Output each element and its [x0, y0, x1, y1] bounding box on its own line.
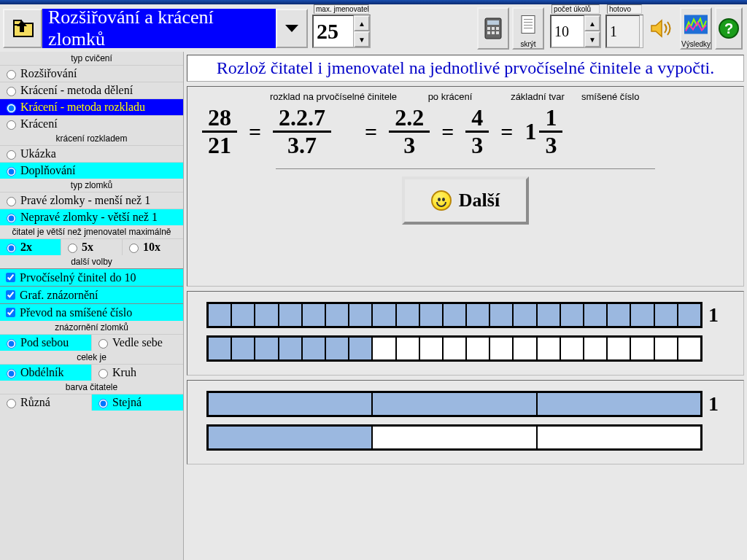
max-denominator-value[interactable]: 25	[313, 15, 354, 47]
bar-cell	[561, 338, 584, 359]
chk-prime-factor-10[interactable]: Prvočíselný činitel do 10	[0, 268, 183, 286]
opt-reduction-division[interactable]: Krácení - metoda dělení	[0, 82, 183, 98]
svg-rect-3	[487, 20, 499, 25]
visualization-panel-1: 1	[187, 291, 744, 376]
done-count-group: hotovo 1	[605, 6, 643, 50]
svg-rect-4	[487, 27, 490, 30]
bar-cell	[303, 338, 326, 359]
max-denominator-label: max. jmenovatel	[314, 4, 369, 14]
opt-proper-fractions[interactable]: Pravé zlomky - menší než 1	[0, 192, 183, 209]
header-mixed-number: smíšené číslo	[581, 91, 639, 102]
back-button[interactable]	[3, 9, 42, 48]
svg-rect-7	[487, 31, 490, 34]
bar-cell	[561, 304, 584, 326]
opt-fillin[interactable]: Doplňování	[0, 162, 183, 179]
speaker-icon	[649, 7, 673, 50]
title-dropdown[interactable]: Rozšiřování a krácení zlomků	[42, 9, 276, 48]
equation-row: 28 21 = 2.2.7 3.7 = 2.2 3 =	[202, 105, 729, 158]
calculator-button[interactable]	[477, 7, 509, 50]
bar-cell	[631, 338, 654, 359]
hide-button[interactable]: skrýt	[512, 7, 544, 50]
max-denominator-group: max. jmenovatel 25 ▲ ▼	[312, 6, 371, 50]
bar-cell	[373, 427, 537, 448]
max-denominator-up-button[interactable]: ▲	[354, 15, 370, 31]
max-denominator-down-button[interactable]: ▼	[354, 31, 370, 47]
task-count-label: počet úkolů	[551, 4, 600, 14]
svg-rect-10	[522, 16, 535, 34]
app-title: Rozšiřování a krácení zlomků	[48, 7, 270, 50]
help-icon: ?	[718, 9, 740, 48]
bar-cell	[608, 304, 631, 326]
bar-cell	[490, 338, 514, 359]
svg-rect-6	[496, 27, 499, 30]
header-factorization: rozklad na prvočíselné činitele	[260, 91, 406, 102]
svg-rect-8	[492, 31, 495, 34]
chk-mixed-number[interactable]: Převod na smíšené číslo	[0, 303, 183, 321]
opt-stacked[interactable]: Pod sebou	[0, 334, 92, 351]
bar-cell	[444, 338, 467, 359]
next-label: Další	[459, 190, 500, 211]
opt-circle[interactable]: Kruh	[92, 364, 183, 381]
svg-rect-9	[496, 31, 499, 34]
viz-label-1: 1	[703, 303, 724, 327]
opt-5x[interactable]: 5x	[61, 238, 123, 255]
help-button[interactable]: ?	[715, 7, 743, 50]
opt-color-various[interactable]: Různá	[0, 394, 92, 411]
bar-cell	[255, 338, 279, 359]
title-dropdown-arrow-button[interactable]	[276, 9, 308, 48]
main-content: Rozlož čitatel i jmenovatel na jednotliv…	[184, 52, 747, 560]
bar-cell	[209, 393, 373, 415]
separator-line	[276, 168, 655, 169]
bar-cell	[373, 393, 537, 415]
task-count-value[interactable]: 10	[551, 15, 584, 47]
bar-cell	[584, 338, 608, 359]
bar-cell	[538, 427, 700, 448]
bar-cell	[209, 304, 232, 326]
bar-cell	[584, 304, 608, 326]
bar-cell	[467, 304, 490, 326]
header-after-reduction: po krácení	[406, 91, 494, 102]
toolbar: Rozšiřování a krácení zlomků max. jmenov…	[0, 4, 747, 52]
task-count-up-button[interactable]: ▲	[584, 15, 600, 31]
opt-expansion[interactable]: Rozšiřování	[0, 65, 183, 82]
fraction-reduced: 2.2 3	[389, 105, 430, 158]
bar-cell	[232, 304, 255, 326]
sound-button[interactable]	[645, 7, 677, 50]
opt-demo[interactable]: Ukázka	[0, 145, 183, 162]
opt-side-by-side[interactable]: Vedle sebe	[92, 334, 183, 351]
bar-cell	[655, 304, 678, 326]
fraction-basic: 4 3	[465, 105, 489, 158]
visualization-panel-2: 1	[187, 380, 744, 464]
opt-color-same[interactable]: Stejná	[92, 394, 183, 411]
results-button[interactable]: Výsledky	[680, 7, 712, 50]
chart-icon	[684, 9, 708, 40]
opt-reduction-factorization[interactable]: Krácení - metoda rozkladu	[0, 98, 183, 115]
fraction-mixed: 1 1 3	[525, 105, 562, 158]
hide-label: skrýt	[520, 40, 535, 48]
opt-2x[interactable]: 2x	[0, 238, 61, 255]
bar-cell	[538, 304, 561, 326]
bar-cell	[326, 304, 349, 326]
group-numerator-color: barva čitatele	[0, 381, 183, 394]
bar-cell	[514, 304, 537, 326]
sidebar: typ cvičení Rozšiřování Krácení - metoda…	[0, 52, 184, 560]
task-count-down-button[interactable]: ▼	[584, 31, 600, 47]
header-basic-form: základní tvar	[494, 91, 581, 102]
opt-10x[interactable]: 10x	[123, 238, 183, 255]
bar-cell	[467, 338, 490, 359]
opt-rectangle[interactable]: Obdélník	[0, 364, 92, 381]
fraction-original: 28 21	[202, 105, 237, 158]
bar-cell	[373, 304, 396, 326]
bar-cell	[326, 338, 349, 359]
group-exercise-type: typ cvičení	[0, 52, 183, 65]
opt-improper-fractions[interactable]: Nepravé zlomky - větší než 1	[0, 209, 183, 225]
chk-graphical[interactable]: Graf. znázornění	[0, 286, 183, 303]
next-button[interactable]: Další	[402, 176, 529, 225]
smiley-icon	[431, 190, 452, 211]
group-fraction-type: typ zlomků	[0, 179, 183, 192]
results-label: Výsledky	[681, 40, 711, 48]
calculator-icon	[484, 9, 503, 48]
bar-cell	[279, 304, 303, 326]
opt-reduction[interactable]: Krácení	[0, 115, 183, 132]
bar-cell	[209, 338, 232, 359]
